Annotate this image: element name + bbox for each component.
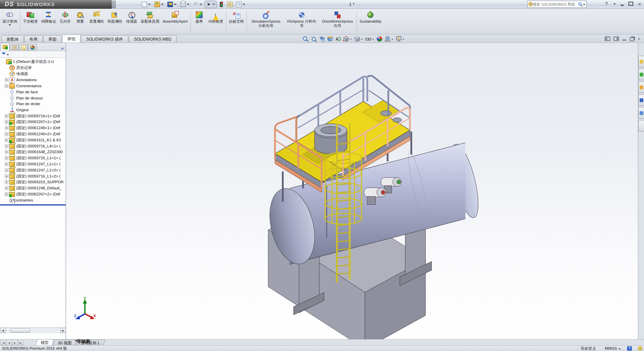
tree-item[interactable]: (固定) 00056319_SUPPOR (0, 179, 66, 185)
zoom-to-fit-button[interactable] (302, 36, 309, 43)
filter-icon[interactable] (2, 52, 6, 57)
tree-item[interactable]: Origine (0, 107, 66, 113)
tree-item[interactable]: (固定) 00061247_L1<1> ( (0, 161, 66, 167)
expand-icon[interactable] (5, 156, 8, 160)
doc-tab-3D 视图[interactable]: 3D 视图 (52, 340, 77, 345)
tree-item[interactable]: Commentaires (0, 83, 66, 89)
view-settings-button[interactable] (395, 36, 405, 43)
search-box[interactable]: ? (527, 1, 586, 8)
scroll-right-button[interactable]: ▶ (60, 328, 66, 333)
view-orientation-caret[interactable] (350, 39, 352, 41)
expand-icon[interactable] (5, 114, 8, 118)
doc-restore-button[interactable] (630, 37, 634, 41)
expand-icon[interactable] (5, 192, 8, 196)
scroll-thumb[interactable] (10, 328, 30, 333)
expand-icon[interactable] (5, 150, 8, 154)
filter-caret[interactable] (6, 54, 9, 57)
ribbon-button-dwx[interactable]: DriveWorksXpress 向导 (320, 10, 355, 34)
model-3d-view[interactable] (66, 43, 638, 339)
edit-appearance-button[interactable] (376, 36, 383, 43)
tree-item[interactable]: (固定) 00062267<1> (Déf (0, 119, 66, 125)
ribbon-button-interf[interactable]: 干涉检查 (21, 10, 40, 34)
apply-scene-caret[interactable] (391, 39, 393, 41)
display-style-caret[interactable] (361, 39, 363, 41)
view-settings-caret[interactable] (402, 39, 405, 41)
tree-item[interactable]: (固定) 00062267<2> (Déf (0, 191, 66, 197)
tab-布局[interactable]: 布局 (24, 36, 43, 43)
tree-item[interactable]: 1 (Défaut<显示状态-1>) (0, 59, 66, 65)
new-document-button[interactable] (140, 1, 153, 8)
tree-item[interactable]: Contraintes (0, 197, 66, 203)
tree-item[interactable]: (固定) 00061249<1> (Déf (0, 125, 66, 131)
tab-草图[interactable]: 草图 (43, 36, 62, 43)
ribbon-button-visual[interactable]: 装配体直观 (139, 10, 161, 34)
undo-caret[interactable] (200, 4, 202, 6)
options-caret[interactable] (243, 4, 245, 6)
graphics-viewport[interactable]: Y X Z *等轴测 (66, 43, 638, 339)
ribbon-button-xpert[interactable]: AssemblyXpert (161, 10, 189, 34)
tree-item[interactable]: (固定) 00059716_L1<2> ( (0, 173, 66, 179)
doc-tab-模型[interactable]: 模型 (36, 339, 54, 345)
ribbon-button-simx[interactable]: SimulationXpress 分析向导 (248, 10, 284, 34)
options-button[interactable] (235, 1, 247, 8)
taskpane-custom-properties[interactable] (638, 120, 644, 132)
minimize-button[interactable] (619, 1, 625, 6)
annotation-views-button[interactable]: A (335, 36, 341, 43)
panel-expand-chevron[interactable]: » (61, 46, 64, 51)
expand-icon[interactable] (5, 186, 8, 190)
select-caret[interactable] (212, 4, 215, 6)
logo-flyout-arrow[interactable] (112, 1, 116, 8)
tab-装配体[interactable]: 装配体 (1, 36, 24, 43)
expand-icon[interactable] (5, 126, 8, 130)
print-caret[interactable] (187, 4, 189, 6)
search-icon[interactable] (578, 2, 583, 7)
ribbon-button-curv[interactable]: 曲率 (192, 10, 207, 34)
tree-item[interactable]: (固定) 00061648_ZZ02300 (0, 149, 66, 155)
expand-icon[interactable] (5, 120, 8, 124)
rollback-bar[interactable] (0, 204, 66, 206)
open-document-button[interactable] (153, 1, 165, 8)
next-tab-button[interactable]: ▶ (12, 340, 18, 345)
quick-tips-icon[interactable]: ? (627, 346, 632, 351)
zoom-to-area-button[interactable] (310, 36, 317, 43)
expand-icon[interactable] (5, 78, 8, 82)
tree-item[interactable]: Plan de dessus (0, 95, 66, 101)
panel-horizontal-scrollbar[interactable]: ◀ ▶ (0, 327, 66, 333)
search-scope-caret[interactable] (583, 4, 585, 7)
tab-featuremanager[interactable] (1, 43, 9, 51)
select-button[interactable]: ➤ (205, 1, 217, 8)
taskpane-view-palette[interactable] (638, 94, 644, 106)
tree-item[interactable]: (固定) 00059716_L1<1> ( (0, 155, 66, 161)
taskpane-design-library[interactable] (638, 69, 644, 80)
tree-item[interactable]: Annotations (0, 77, 66, 83)
tree-item[interactable]: (固定) 00061249<2> (Déf (0, 131, 66, 137)
units-caret[interactable] (618, 347, 621, 349)
expand-icon[interactable] (5, 132, 8, 136)
expand-icon[interactable] (5, 84, 8, 88)
expand-icon[interactable] (5, 174, 8, 178)
maximize-button[interactable] (628, 1, 634, 6)
ribbon-button-symm[interactable]: 对称检查 (207, 10, 225, 34)
rebuild-button[interactable] (217, 1, 225, 8)
taskpane-file-explorer[interactable] (638, 81, 644, 93)
tree-item[interactable]: Plan de face (0, 89, 66, 95)
ribbon-button-mass[interactable]: 质量属性 (88, 10, 106, 34)
help-caret[interactable] (613, 3, 616, 6)
tab-configurationmanager[interactable] (19, 44, 28, 51)
scroll-left-button[interactable]: ◀ (0, 328, 6, 333)
ribbon-button-flox[interactable]: FloXpress 分析向导 (284, 10, 320, 34)
tree-item[interactable]: (固定) 00061611_K1 & K2 (0, 137, 66, 143)
ribbon-button-comp[interactable]: 比较文档 (227, 10, 246, 34)
search-input[interactable] (533, 2, 578, 6)
open-document-caret[interactable] (161, 4, 164, 6)
doc-close-button[interactable]: × (638, 37, 641, 41)
design-caret[interactable] (8, 24, 11, 27)
ribbon-button-measure[interactable]: 测量 (73, 10, 88, 34)
ribbon-button-sensor[interactable]: 传感器 (124, 10, 139, 34)
ribbon-button-sust[interactable]: Sustainability (358, 10, 383, 34)
ribbon-button-sect[interactable]: 剖面属性 (106, 10, 124, 34)
expand-icon[interactable] (5, 162, 8, 166)
pane-left-icon[interactable] (605, 37, 610, 41)
expand-icon[interactable] (5, 180, 8, 184)
display-style-button[interactable] (354, 36, 364, 43)
